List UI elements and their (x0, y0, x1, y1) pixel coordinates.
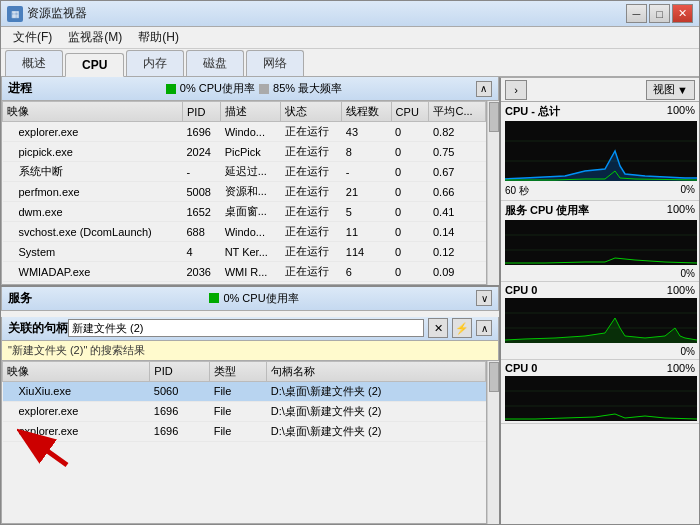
service-cpu-footer: 0% (501, 267, 699, 281)
col-pid[interactable]: PID (182, 102, 220, 122)
services-panel-header: 服务 0% CPU使用率 ∨ (1, 287, 499, 311)
table-row[interactable]: System4NT Ker...正在运行11400.12 (3, 242, 486, 262)
minimize-button[interactable]: ─ (626, 4, 647, 23)
search-refresh-button[interactable]: ⚡ (452, 318, 472, 338)
col-threads[interactable]: 线程数 (342, 102, 391, 122)
process-scrollbar[interactable] (487, 101, 499, 285)
service-cpu-section: 服务 CPU 使用率 100% 0% (501, 201, 699, 282)
menu-monitor[interactable]: 监视器(M) (60, 27, 130, 48)
process-panel-header: 进程 0% CPU使用率 85% 最大频率 ∧ (1, 77, 499, 101)
search-clear-button[interactable]: ✕ (428, 318, 448, 338)
services-cpu-label: 0% CPU使用率 (223, 291, 298, 306)
nav-back-button[interactable]: › (505, 80, 527, 100)
tab-disk[interactable]: 磁盘 (186, 50, 244, 76)
freq-gray-indicator (259, 84, 269, 94)
cpu-total-graph (505, 121, 697, 181)
cpu0b-pct: 100% (667, 362, 695, 374)
tab-overview[interactable]: 概述 (5, 50, 63, 76)
table-row[interactable]: perfmon.exe5008资源和...正在运行2100.66 (3, 182, 486, 202)
table-row[interactable]: dwm.exe1652桌面窗...正在运行500.41 (3, 202, 486, 222)
service-cpu-title: 服务 CPU 使用率 (505, 203, 589, 218)
handles-table: 映像 PID 类型 句柄名称 XiuXiu.exe5060FileD:\桌面\新… (2, 361, 486, 442)
cpu-total-title: CPU - 总计 (505, 104, 560, 119)
cpu-total-label: CPU - 总计 100% (501, 102, 699, 121)
tabbar: 概述 CPU 内存 磁盘 网络 (1, 49, 699, 77)
cpu0b-title: CPU 0 (505, 362, 537, 374)
cpu0b-section: CPU 0 100% (501, 360, 699, 424)
content-area: 进程 0% CPU使用率 85% 最大频率 ∧ 映像 (1, 77, 699, 524)
process-panel-title: 进程 (8, 80, 32, 97)
process-table-area: 映像 PID 描述 状态 线程数 CPU 平均C... exp (1, 101, 499, 285)
cpu0-section: CPU 0 100% 0% (501, 282, 699, 360)
right-panel-header: › 视图 ▼ (501, 78, 699, 102)
col-handle-type[interactable]: 类型 (210, 361, 267, 381)
view-button[interactable]: 视图 ▼ (646, 80, 695, 100)
col-status[interactable]: 状态 (281, 102, 342, 122)
cpu-total-pct: 100% (667, 104, 695, 119)
svg-rect-12 (505, 376, 697, 421)
right-panel: › 视图 ▼ CPU - 总计 100% (499, 77, 699, 524)
table-row[interactable]: picpick.exe2024PicPick正在运行800.75 (3, 142, 486, 162)
col-avg-cpu[interactable]: 平均C... (429, 102, 486, 122)
titlebar: ▦ 资源监视器 ─ □ ✕ (1, 1, 699, 27)
table-row[interactable]: explorer.exe1696FileD:\桌面\新建文件夹 (2) (3, 401, 486, 421)
table-row[interactable]: explorer.exe1696Windo...正在运行4300.82 (3, 122, 486, 142)
menubar: 文件(F) 监视器(M) 帮助(H) (1, 27, 699, 49)
maximize-button[interactable]: □ (649, 4, 670, 23)
handles-panel-header: 关联的句柄 ✕ ⚡ ∧ (1, 317, 499, 341)
table-row[interactable]: WMIADAP.exe2036WMI R...正在运行600.09 (3, 262, 486, 282)
menu-file[interactable]: 文件(F) (5, 27, 60, 48)
col-image[interactable]: 映像 (3, 102, 183, 122)
handles-search-input[interactable] (68, 319, 424, 337)
process-table-header: 映像 PID 描述 状态 线程数 CPU 平均C... (3, 102, 486, 122)
services-panel-title: 服务 (8, 290, 32, 307)
process-collapse-button[interactable]: ∧ (476, 81, 492, 97)
cpu0-graph (505, 298, 697, 343)
handles-table-area: 映像 PID 类型 句柄名称 XiuXiu.exe5060FileD:\桌面\新… (1, 361, 499, 525)
services-green-indicator (209, 293, 219, 303)
process-scrollbar-thumb[interactable] (489, 102, 499, 132)
col-handle-image[interactable]: 映像 (3, 361, 150, 381)
cpu-total-time: 60 秒 (505, 184, 529, 198)
cpu0-title: CPU 0 (505, 284, 537, 296)
handles-panel: 关联的句柄 ✕ ⚡ ∧ "新建文件夹 (2)" 的搜索结果 (1, 317, 499, 525)
service-cpu-zero: 0% (681, 268, 695, 279)
view-label: 视图 (653, 82, 675, 97)
cpu-green-indicator (166, 84, 176, 94)
col-handle-name[interactable]: 句柄名称 (267, 361, 486, 381)
service-cpu-graph (505, 220, 697, 265)
cpu-total-section: CPU - 总计 100% (501, 102, 699, 201)
services-panel-status: 0% CPU使用率 (209, 291, 298, 306)
cpu-usage-label: 0% CPU使用率 (180, 81, 255, 96)
tab-network[interactable]: 网络 (246, 50, 304, 76)
cpu0-zero: 0% (681, 346, 695, 357)
handles-table-header: 映像 PID 类型 句柄名称 (3, 361, 486, 381)
handles-scrollbar[interactable] (487, 361, 499, 525)
close-button[interactable]: ✕ (672, 4, 693, 23)
table-row[interactable]: XiuXiu.exe5060FileD:\桌面\新建文件夹 (2) (3, 381, 486, 401)
left-panels: 进程 0% CPU使用率 85% 最大频率 ∧ 映像 (1, 77, 499, 524)
menu-help[interactable]: 帮助(H) (130, 27, 187, 48)
col-desc[interactable]: 描述 (221, 102, 281, 122)
max-freq-label: 85% 最大频率 (273, 81, 342, 96)
handles-scrollbar-thumb[interactable] (489, 362, 499, 392)
tab-memory[interactable]: 内存 (126, 50, 184, 76)
service-cpu-pct: 100% (667, 203, 695, 218)
cpu0-pct: 100% (667, 284, 695, 296)
table-row[interactable]: 系统中断-延迟过...正在运行-00.67 (3, 162, 486, 182)
col-cpu[interactable]: CPU (391, 102, 429, 122)
col-handle-pid[interactable]: PID (150, 361, 210, 381)
app-icon: ▦ (7, 6, 23, 22)
svg-rect-5 (505, 220, 697, 265)
window-title: 资源监视器 (27, 5, 626, 22)
main-window: ▦ 资源监视器 ─ □ ✕ 文件(F) 监视器(M) 帮助(H) 概述 CPU … (0, 0, 700, 525)
table-row[interactable]: svchost.exe (DcomLaunch)688Windo...正在运行1… (3, 222, 486, 242)
process-table-body: explorer.exe1696Windo...正在运行4300.82picpi… (3, 122, 486, 282)
cpu-total-zero: 0% (681, 184, 695, 198)
handles-table-body: XiuXiu.exe5060FileD:\桌面\新建文件夹 (2)explore… (3, 381, 486, 441)
handles-table-container: 映像 PID 类型 句柄名称 XiuXiu.exe5060FileD:\桌面\新… (1, 361, 487, 525)
services-collapse-button[interactable]: ∨ (476, 290, 492, 306)
table-row[interactable]: explorer.exe1696FileD:\桌面\新建文件夹 (2) (3, 421, 486, 441)
tab-cpu[interactable]: CPU (65, 53, 124, 77)
handles-collapse-button[interactable]: ∧ (476, 320, 492, 336)
